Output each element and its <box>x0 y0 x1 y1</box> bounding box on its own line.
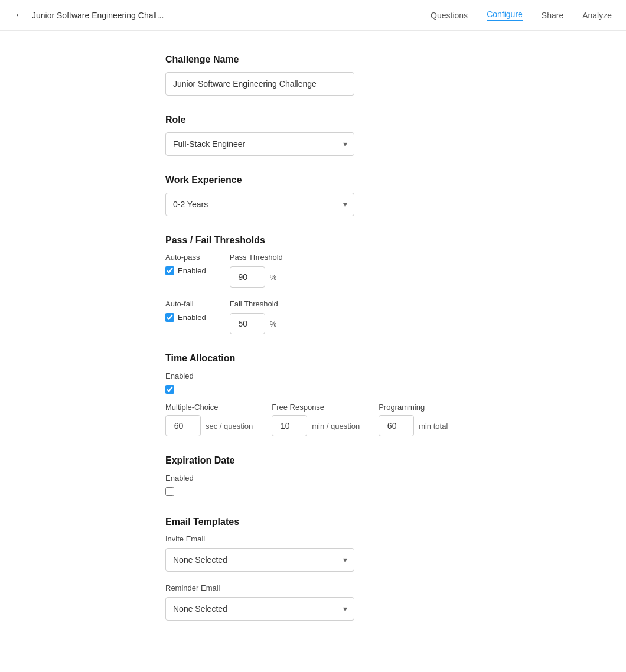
auto-pass-label: Auto-pass <box>165 253 206 262</box>
auto-fail-enabled-label: Enabled <box>178 313 206 322</box>
nav-link-questions[interactable]: Questions <box>431 11 468 20</box>
expiration-date-section: Expiration Date Enabled <box>165 455 461 498</box>
auto-pass-checkbox[interactable] <box>165 266 174 275</box>
challenge-name-input[interactable] <box>165 72 354 96</box>
nav-link-configure[interactable]: Configure <box>487 9 523 21</box>
nav-links: Questions Configure Share Analyze <box>431 9 612 21</box>
time-alloc-fields: Multiple-Choice sec / question Free Resp… <box>165 403 461 436</box>
fail-threshold-input[interactable] <box>230 313 265 334</box>
invite-email-select-wrapper: None Selected ▾ <box>165 548 354 572</box>
invite-email-select[interactable]: None Selected <box>165 548 354 572</box>
time-allocation-label: Time Allocation <box>165 353 461 364</box>
role-section: Role Full-Stack Engineer ▾ <box>165 115 461 156</box>
time-enabled-checkbox[interactable] <box>165 385 174 394</box>
top-nav: ← Junior Software Engineering Chall... Q… <box>0 0 626 31</box>
multiple-choice-unit: sec / question <box>206 422 253 430</box>
multiple-choice-input-row: sec / question <box>165 415 253 436</box>
nav-title: Junior Software Engineering Chall... <box>32 11 164 20</box>
invite-email-label: Invite Email <box>165 534 461 543</box>
pass-threshold-input-row: % <box>230 266 283 288</box>
free-response-input[interactable] <box>272 415 307 436</box>
role-select[interactable]: Full-Stack Engineer <box>165 132 354 156</box>
free-response-unit: min / question <box>312 422 360 430</box>
auto-fail-label: Auto-fail <box>165 299 206 308</box>
fail-threshold-label: Fail Threshold <box>230 299 278 308</box>
auto-pass-enabled-label: Enabled <box>178 266 206 275</box>
pass-fail-section: Pass / Fail Thresholds Auto-pass Enabled… <box>165 235 461 334</box>
reminder-email-select-wrapper: None Selected ▾ <box>165 597 354 621</box>
invite-email-field: Invite Email None Selected ▾ <box>165 534 461 572</box>
pass-fail-label: Pass / Fail Thresholds <box>165 235 461 246</box>
challenge-name-section: Challenge Name <box>165 54 461 96</box>
programming-input[interactable] <box>379 415 414 436</box>
free-response-input-row: min / question <box>272 415 360 436</box>
auto-pass-col: Auto-pass Enabled <box>165 253 206 275</box>
role-label: Role <box>165 115 461 125</box>
programming-unit: min total <box>419 422 448 430</box>
fail-percent-label: % <box>270 319 277 328</box>
nav-link-share[interactable]: Share <box>542 11 563 20</box>
pass-threshold-input[interactable] <box>230 266 265 288</box>
fail-threshold-col: Fail Threshold % <box>230 299 278 334</box>
main-content: Challenge Name Role Full-Stack Engineer … <box>136 31 490 672</box>
reminder-email-label: Reminder Email <box>165 583 461 592</box>
fail-threshold-input-row: % <box>230 313 278 334</box>
reminder-email-field: Reminder Email None Selected ▾ <box>165 583 461 621</box>
programming-label: Programming <box>379 403 448 412</box>
programming-group: Programming min total <box>379 403 448 436</box>
expiration-enabled-checkbox[interactable] <box>165 487 174 496</box>
multiple-choice-label: Multiple-Choice <box>165 403 253 412</box>
free-response-label: Free Response <box>272 403 360 412</box>
auto-pass-checkbox-row: Enabled <box>165 266 206 275</box>
challenge-name-label: Challenge Name <box>165 54 461 65</box>
auto-pass-row: Auto-pass Enabled Pass Threshold % <box>165 253 461 288</box>
back-icon: ← <box>14 9 25 21</box>
work-experience-label: Work Experience <box>165 175 461 185</box>
expiration-enabled-label: Enabled <box>165 474 194 482</box>
work-experience-select-wrapper: 0-2 Years ▾ <box>165 193 354 216</box>
auto-fail-checkbox-row: Enabled <box>165 313 206 322</box>
expiration-date-label: Expiration Date <box>165 455 461 466</box>
multiple-choice-group: Multiple-Choice sec / question <box>165 403 253 436</box>
nav-link-analyze[interactable]: Analyze <box>582 11 612 20</box>
multiple-choice-input[interactable] <box>165 415 201 436</box>
free-response-group: Free Response min / question <box>272 403 360 436</box>
role-select-wrapper: Full-Stack Engineer ▾ <box>165 132 354 156</box>
programming-input-row: min total <box>379 415 448 436</box>
auto-fail-row: Auto-fail Enabled Fail Threshold % <box>165 299 461 334</box>
email-templates-section: Email Templates Invite Email None Select… <box>165 517 461 621</box>
time-enabled-label: Enabled <box>165 371 194 380</box>
email-templates-label: Email Templates <box>165 517 461 527</box>
pass-threshold-col: Pass Threshold % <box>230 253 283 288</box>
reminder-email-select[interactable]: None Selected <box>165 597 354 621</box>
back-button[interactable]: ← Junior Software Engineering Chall... <box>14 9 164 21</box>
work-experience-select[interactable]: 0-2 Years <box>165 193 354 216</box>
pass-threshold-label: Pass Threshold <box>230 253 283 262</box>
pass-percent-label: % <box>270 273 277 282</box>
work-experience-section: Work Experience 0-2 Years ▾ <box>165 175 461 216</box>
auto-fail-col: Auto-fail Enabled <box>165 299 206 322</box>
auto-fail-checkbox[interactable] <box>165 313 174 322</box>
time-allocation-section: Time Allocation Enabled Multiple-Choice … <box>165 353 461 436</box>
